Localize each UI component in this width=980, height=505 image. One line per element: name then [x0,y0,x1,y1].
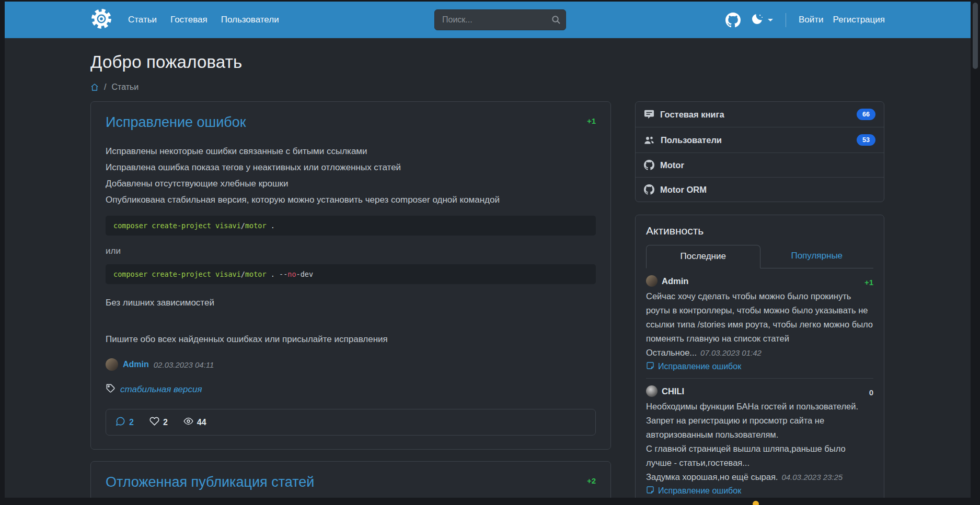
search-icon[interactable] [551,15,561,27]
nav-link-articles[interactable]: Статьи [128,15,157,25]
article-line: Добавлены отсутствующие хлебные крошки [106,175,596,192]
count-badge: 66 [857,109,875,120]
code-token: -dev [296,270,314,278]
code-token: motor [245,270,267,278]
author-link[interactable]: Admin [123,360,149,369]
moon-icon [750,12,764,28]
activity-rating: +1 [864,276,873,287]
article-line: Исправлены некоторые ошибки связанные с … [106,143,596,159]
activity-text-line: Задумка хорошая,но ещё сырая. [646,472,778,481]
sidebar-item-users[interactable]: Пользователи 53 [636,127,884,152]
code-token: . [267,270,279,278]
login-link[interactable]: Войти [799,15,824,25]
activity-rating: 0 [869,386,873,397]
sidebar-item-motor-orm[interactable]: Motor ORM [636,177,884,202]
activity-panel: Активность Последние Популярные Admin +1… [635,215,884,498]
tab-latest[interactable]: Последние [646,245,760,268]
views-count: 44 [197,418,206,427]
activity-item: Admin +1 Сейчас хочу сделать чтобы можно… [646,268,873,379]
search-box [434,9,566,30]
or-label: или [106,246,596,256]
comment-icon [116,416,125,428]
activity-tabs: Последние Популярные [646,245,873,268]
chat-icon [644,109,654,120]
activity-link-label: Исправление ошибок [658,486,741,496]
article-rating: +2 [587,474,596,485]
note-icon [646,486,654,496]
author-row: Admin 02.03.2023 04:11 [106,358,596,371]
page-title: Добро пожаловать [90,52,885,72]
code-token: / [241,270,245,278]
search-input[interactable] [434,9,566,30]
activity-title: Активность [646,225,873,237]
activity-text-line: Запрет на регистрацию и просмотр сайта н… [646,414,873,442]
activity-link-label: Исправление ошибок [658,362,741,371]
article-title[interactable]: Исправление ошибок [106,114,246,131]
scrollbar-track[interactable] [971,0,980,505]
gear-icon [90,8,112,32]
breadcrumb-separator: / [104,83,106,92]
activity-text-line: Сейчас хочу сделать чтобы можно было про… [646,289,873,346]
code-token: . [267,221,275,230]
sidebar-item-guestbook[interactable]: Гостевая книга 66 [636,102,884,127]
theme-switcher[interactable] [750,12,773,28]
activity-date: 07.03.2023 01:42 [700,348,762,357]
activity-text-line: Остальное... [646,348,697,357]
article-paragraph: Без лишних зависимостей [106,298,596,308]
activity-text-line: С главной страницей вышла шляпа,раньше б… [646,442,873,470]
breadcrumb: / Статьи [90,83,885,92]
nav-link-users[interactable]: Пользователи [221,15,279,25]
code-token: composer create-project visavi [113,270,241,278]
article-title[interactable]: Отложенная публикация статей [106,474,314,490]
tag-link[interactable]: стабильная версия [120,384,202,395]
article-card-2: Отложенная публикация статей +2 Отложенн… [90,461,611,498]
code-token: / [241,221,245,230]
sidebar-item-label: Motor ORM [660,185,707,195]
home-icon[interactable] [90,83,99,91]
note-icon [646,361,654,372]
comments-stat[interactable]: 2 [116,416,134,428]
likes-stat[interactable]: 2 [149,416,168,428]
activity-user-link[interactable]: CHILI [662,386,684,396]
avatar[interactable] [646,385,658,397]
sidebar-item-label: Пользователи [661,135,722,145]
register-link[interactable]: Регистрация [833,15,885,25]
count-badge: 53 [857,134,875,146]
views-stat: 44 [183,416,206,428]
nav-link-guestbook[interactable]: Гостевая [170,15,207,25]
article-line: Опубликована стабильная версия, которую … [106,192,596,208]
users-icon [644,135,655,145]
comments-count: 2 [129,418,134,427]
activity-date: 04.03.2023 23:25 [781,473,843,481]
tag-row: стабильная версия [106,383,596,395]
avatar[interactable] [106,358,118,371]
activity-article-link[interactable]: Исправление ошибок [646,486,873,496]
main-nav: Статьи Гостевая Пользователи [128,15,279,25]
code-token: motor [245,221,267,230]
likes-count: 2 [163,418,168,427]
code-token: no [287,270,296,278]
activity-text-line: Остальное...07.03.2023 01:42 [646,346,873,360]
scrollbar-thumb[interactable] [973,3,978,69]
tab-popular[interactable]: Популярные [760,245,874,268]
eye-icon [183,416,193,428]
activity-item: CHILI 0 Необходимы функции БАНа гостей и… [646,379,873,498]
activity-text-line: Необходимы функции БАНа гостей и пользов… [646,400,873,414]
sidebar-item-motor[interactable]: Motor [636,152,884,177]
article-body: Исправлены некоторые ошибки связанные с … [106,143,596,208]
activity-article-link[interactable]: Исправление ошибок [646,361,873,372]
sidebar-item-label: Motor [660,160,684,170]
article-rating: +1 [587,114,596,125]
site-logo[interactable] [90,8,112,32]
code-block-1: composer create-project visavi/motor . [106,216,596,236]
articles-column: Исправление ошибок +1 Исправлены некотор… [90,101,611,498]
article-paragraph: Пишите обо всех найденных ошибках или пр… [106,334,596,345]
avatar[interactable] [646,275,658,287]
emoji-sliver [753,501,759,505]
browser-viewport: Статьи Гостевая Пользователи [5,2,971,498]
github-icon[interactable] [725,13,741,28]
sidebar: Гостевая книга 66 Пользователи 53 [635,101,884,498]
sidebar-menu: Гостевая книга 66 Пользователи 53 [635,101,884,202]
activity-text-line: Задумка хорошая,но ещё сырая.04.03.2023 … [646,470,873,484]
activity-user-link[interactable]: Admin [662,276,688,286]
